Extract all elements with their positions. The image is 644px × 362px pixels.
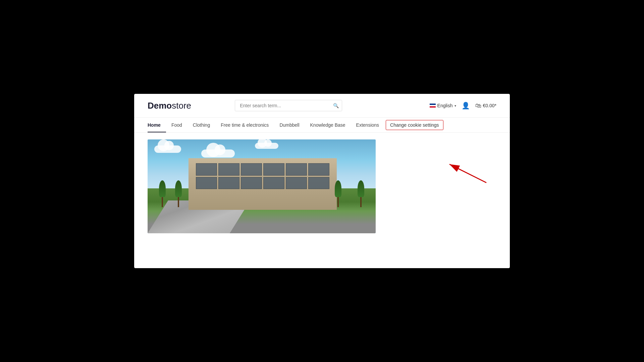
building-windows [196, 163, 329, 189]
nav-item-home[interactable]: Home [148, 118, 166, 132]
nav-item-knowledge-base[interactable]: Knowledge Base [305, 118, 351, 132]
nav-item-food[interactable]: Food [166, 118, 187, 132]
nav-item-cookie-settings[interactable]: Change cookie settings [386, 120, 443, 130]
cloud-2 [201, 149, 235, 158]
tree-trunk [178, 197, 179, 207]
window [196, 163, 217, 176]
cloud-3 [255, 143, 278, 149]
window [308, 177, 329, 189]
window [308, 163, 329, 176]
tree-1 [159, 180, 166, 207]
hero-building [189, 158, 337, 210]
window [241, 177, 262, 189]
header: Demostore 🔍 English ▾ 👤 🛍 €0.00* [134, 94, 510, 118]
tree-top [358, 180, 364, 197]
language-selector[interactable]: English ▾ [430, 103, 456, 108]
nav-item-free-time[interactable]: Free time & electronics [215, 118, 274, 132]
window [286, 163, 307, 176]
tree-3 [335, 180, 341, 207]
flag-icon [430, 104, 436, 108]
tree-trunk [337, 197, 339, 207]
logo-light: store [172, 101, 191, 111]
site-logo[interactable]: Demostore [148, 101, 191, 111]
nav-item-dumbbell[interactable]: Dumbbell [274, 118, 305, 132]
user-icon[interactable]: 👤 [462, 102, 470, 110]
search-bar: 🔍 [235, 100, 342, 111]
window [218, 177, 239, 189]
tree-2 [175, 180, 182, 207]
window [263, 177, 284, 189]
tree-trunk [360, 197, 362, 207]
browser-window: Demostore 🔍 English ▾ 👤 🛍 €0.00* Home Fo… [134, 94, 510, 268]
tree-top [159, 180, 166, 197]
tree-top [175, 180, 182, 197]
header-right: English ▾ 👤 🛍 €0.00* [430, 102, 496, 110]
cart-total: €0.00* [483, 103, 496, 108]
tree-top [335, 180, 341, 197]
nav-item-extensions[interactable]: Extensions [351, 118, 384, 132]
window [241, 163, 262, 176]
search-icon: 🔍 [333, 103, 339, 108]
tree-trunk [162, 197, 163, 207]
cart-icon: 🛍 [475, 102, 481, 109]
cloud-1 [154, 145, 181, 153]
window [263, 163, 284, 176]
cart-button[interactable]: 🛍 €0.00* [475, 102, 496, 109]
chevron-down-icon: ▾ [454, 104, 456, 108]
window [218, 163, 239, 176]
window [286, 177, 307, 189]
tree-4 [358, 180, 364, 207]
language-label: English [437, 103, 453, 108]
nav-item-clothing[interactable]: Clothing [187, 118, 215, 132]
main-nav: Home Food Clothing Free time & electroni… [134, 118, 510, 133]
logo-bold: Demo [148, 101, 172, 111]
search-input[interactable] [235, 100, 342, 111]
hero-image [148, 139, 376, 233]
building-facade [189, 158, 337, 210]
hero-container [134, 133, 510, 247]
window [196, 177, 217, 189]
